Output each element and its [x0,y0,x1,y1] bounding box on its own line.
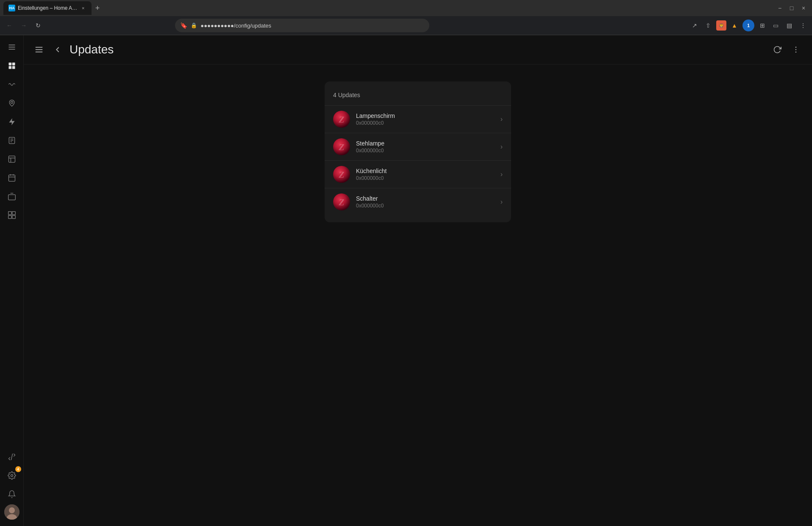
hamburger-button[interactable] [32,43,46,56]
update-item-kuchenlicht[interactable]: Z Küchenlicht 0x000000c0 › [325,160,511,188]
app-layout: 4 Updates [0,35,812,526]
cast-icon[interactable]: ▭ [770,20,781,31]
update-id-lampenschirm: 0x000000c0 [356,120,495,126]
sidebar-item-logbook[interactable] [3,132,20,149]
user-avatar[interactable] [4,504,19,520]
update-name-kuchenlicht: Küchenlicht [356,168,495,174]
svg-rect-12 [8,156,15,162]
content-area: 4 Updates [24,64,812,526]
update-item-stehlampe[interactable]: Z Stehlampe 0x000000c0 › [325,133,511,160]
address-bar: ← → ↻ 🔖 🔒 ●●●●●●●●●●/config/updates ↗ ⇧ … [0,16,812,35]
share-icon[interactable]: ⇧ [703,20,714,31]
sidebar-item-components[interactable] [3,207,20,224]
svg-rect-23 [12,215,15,218]
update-info-schalter: Schalter 0x000000c0 [356,195,495,209]
zigbee-icon-kuchenlicht: Z [333,166,350,183]
update-name-stehlampe: Stehlampe [356,140,495,147]
svg-rect-5 [8,66,11,69]
tab-close-button[interactable]: × [80,5,86,11]
update-info-kuchenlicht: Küchenlicht 0x000000c0 [356,168,495,181]
minimize-button[interactable]: − [775,3,785,13]
update-name-schalter: Schalter [356,195,495,202]
sidebar-item-hamburger[interactable] [3,39,20,56]
svg-text:Z: Z [338,142,344,152]
bookmark-icon: 🔖 [180,22,187,29]
page-header: Updates [24,35,812,64]
browser-chrome: HA Einstellungen – Home A… × + − □ × ← →… [0,0,812,35]
sidebar-toggle-icon[interactable]: ▤ [784,20,795,31]
svg-rect-3 [8,63,11,66]
svg-rect-20 [8,212,11,215]
sidebar-item-notifications[interactable] [3,486,20,503]
svg-point-31 [795,47,797,48]
back-navigation-button[interactable] [51,43,64,56]
svg-rect-21 [12,212,15,215]
sidebar-item-automations[interactable] [3,113,20,130]
svg-rect-22 [8,215,11,218]
svg-rect-15 [8,175,15,181]
sidebar: 4 [0,35,24,526]
svg-text:Z: Z [338,197,344,207]
update-info-lampenschirm: Lampenschirm 0x000000c0 [356,112,495,126]
zigbee-icon-schalter: Z [333,193,350,210]
sidebar-top [3,39,20,224]
more-options-button[interactable] [788,42,804,57]
sidebar-item-map[interactable] [3,95,20,112]
chevron-right-icon: › [501,171,503,178]
tab-bar-controls: − □ × [775,3,809,13]
svg-rect-0 [8,45,15,45]
close-window-button[interactable]: × [798,3,809,13]
svg-rect-1 [8,47,15,48]
brave-rewards-icon[interactable]: ▲ [729,20,740,31]
sidebar-item-calendar[interactable] [3,169,20,186]
svg-point-32 [795,49,797,50]
update-name-lampenschirm: Lampenschirm [356,112,495,119]
update-item-lampenschirm[interactable]: Z Lampenschirm 0x000000c0 › [325,105,511,133]
reload-button[interactable]: ↻ [32,20,44,31]
update-item-schalter[interactable]: Z Schalter 0x000000c0 › [325,188,511,215]
updates-card: 4 Updates [325,81,511,222]
update-id-schalter: 0x000000c0 [356,203,495,209]
header-actions [770,42,804,57]
sidebar-item-history[interactable] [3,151,20,168]
url-text: ●●●●●●●●●●/config/updates [200,22,424,29]
svg-rect-6 [12,66,15,69]
chevron-right-icon: › [501,143,503,151]
updates-count: 4 Updates [325,88,511,105]
update-id-kuchenlicht: 0x000000c0 [356,175,495,181]
external-link-icon[interactable]: ↗ [689,20,700,31]
sidebar-item-developer[interactable] [3,448,20,465]
maximize-button[interactable]: □ [787,3,797,13]
more-menu-icon[interactable]: ⋮ [798,20,809,31]
back-button[interactable]: ← [3,20,15,31]
zigbee-icon-lampenschirm: Z [333,111,350,128]
config-badge-container: 4 [3,467,20,484]
extensions-icon[interactable]: ⊞ [757,20,768,31]
tab-favicon: HA [8,5,15,11]
lock-icon: 🔒 [191,22,197,28]
svg-rect-19 [8,195,15,200]
svg-point-24 [11,475,13,477]
sidebar-bottom: 4 [3,448,20,523]
sidebar-item-media[interactable] [3,188,20,205]
sidebar-item-dashboard[interactable] [3,57,20,74]
browser-toolbar: ↗ ⇧ 🦁 ▲ 1 ⊞ ▭ ▤ ⋮ [689,20,809,31]
zigbee-icon-stehlampe: Z [333,138,350,155]
config-update-badge: 4 [15,466,21,472]
sidebar-item-energy[interactable] [3,76,20,93]
forward-button[interactable]: → [18,20,30,31]
url-bar[interactable]: 🔖 🔒 ●●●●●●●●●●/config/updates [175,19,429,32]
profile-icon[interactable]: 1 [742,20,754,31]
page-title: Updates [70,43,114,56]
tab-bar: HA Einstellungen – Home A… × + − □ × [0,0,812,16]
update-id-stehlampe: 0x000000c0 [356,148,495,154]
main-content: Updates 4 Updates [24,35,812,526]
active-tab[interactable]: HA Einstellungen – Home A… × [3,1,92,15]
svg-point-7 [11,101,13,104]
chevron-right-icon: › [501,198,503,206]
refresh-button[interactable] [770,42,785,57]
brave-shield-icon[interactable]: 🦁 [716,20,726,31]
svg-text:Z: Z [338,169,344,180]
new-tab-button[interactable]: + [92,2,103,14]
svg-text:Z: Z [338,114,344,125]
